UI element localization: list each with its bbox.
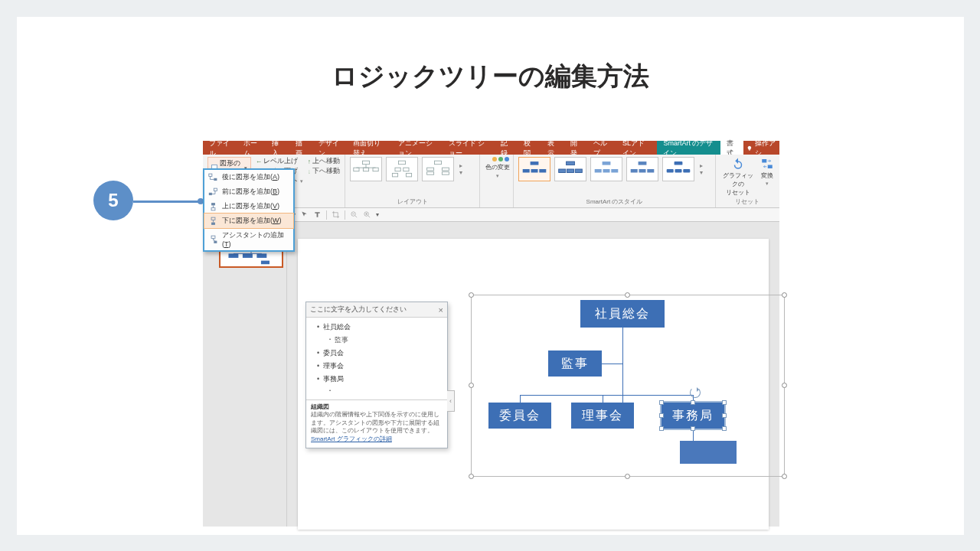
svg-rect-12 [363,161,370,165]
tab-draw[interactable]: 描画 [289,141,312,155]
svg-rect-4 [211,203,215,205]
svg-rect-38 [603,169,610,173]
crop-icon[interactable] [332,210,340,219]
svg-rect-35 [575,169,582,173]
style-thumb[interactable] [626,157,658,181]
lightbulb-icon [746,145,753,152]
text-pane-toggle[interactable]: ‹ [447,390,455,412]
zoom-out-icon[interactable] [350,210,358,219]
svg-rect-20 [403,168,409,171]
tab-format[interactable]: 書式 [720,141,743,155]
tab-home[interactable]: ホーム [237,141,266,155]
list-item[interactable]: 社員総会 [314,321,444,334]
pointer-icon[interactable] [300,210,309,219]
svg-rect-25 [427,172,434,175]
step-badge: 5 [93,181,133,220]
smartart-details-link[interactable]: SmartArt グラフィックの詳細 [311,435,392,442]
smartart-node-new[interactable] [680,441,737,464]
dropdown-add-before[interactable]: 前に図形を追加(B) [204,184,293,199]
styles-more[interactable]: ▸▾ [698,162,704,176]
smartart-node[interactable]: 理事会 [571,403,634,429]
change-colors-button[interactable]: 色の変更 ▾ [485,157,511,179]
style-thumb[interactable] [518,157,550,181]
svg-rect-60 [243,253,253,258]
smartart-text-pane[interactable]: ここに文字を入力してください × 社員総会 監事 委員会 理事会 事務局 [305,302,448,448]
tab-record[interactable]: 記録 [495,141,518,155]
reset-icon [731,157,745,171]
svg-rect-19 [395,168,400,171]
dropdown-add-assistant[interactable]: アシスタントの追加(T) [204,228,293,250]
svg-rect-44 [675,161,683,165]
svg-rect-11 [214,240,217,243]
tab-help[interactable]: ヘルプ [587,141,616,155]
dropdown-add-below-label: 下に図形を追加(W) [222,216,282,226]
close-icon[interactable]: × [439,305,443,315]
text-icon[interactable] [313,210,322,219]
smartart-node-assistant[interactable]: 監事 [548,350,602,377]
style-thumb[interactable] [554,157,586,181]
promote-button[interactable]: ←レベル上げ [256,157,303,166]
smartart-selection-frame[interactable]: 社員総会 監事 委員会 理事会 事務局 [471,295,785,477]
tab-animations[interactable]: アニメーション [392,141,443,155]
add-shape-dropdown: 後に図形を追加(A) 前に図形を追加(B) 上に図形を追加(V) 下に図形を追加… [203,168,295,252]
group-label-layouts: レイアウト [350,197,475,206]
svg-rect-45 [667,169,674,173]
style-thumb[interactable] [590,157,622,181]
ribbon-group-color: 色の変更 ▾ [480,155,514,207]
convert-icon [760,157,774,171]
svg-rect-40 [639,161,647,165]
svg-rect-18 [399,161,406,165]
svg-rect-28 [531,161,539,165]
rotate-handle-icon[interactable] [690,387,701,398]
list-item[interactable]: 事務局 [314,373,444,386]
tab-transitions[interactable]: 画面切り替え [347,141,392,155]
powerpoint-window: ファイル ホーム 挿入 描画 デザイン 画面切り替え アニメーション スライド … [203,141,779,527]
zoom-in-icon[interactable] [363,210,371,219]
convert-button[interactable]: 変換 ▾ [760,157,774,197]
tab-review[interactable]: 校閲 [518,141,541,155]
list-item[interactable]: 監事 [314,334,444,347]
reset-graphic-button[interactable]: グラフィックの リセット [720,157,756,197]
svg-rect-26 [442,168,449,171]
smartart-node-selected[interactable]: 事務局 [662,403,724,429]
layouts-more[interactable]: ▸▾ [458,162,464,176]
text-pane-title: ここに文字を入力してください [310,305,407,315]
smartart-node[interactable]: 委員会 [488,403,551,429]
svg-rect-2 [214,188,217,191]
svg-rect-47 [683,169,690,173]
add-before-icon [208,187,218,197]
list-item[interactable] [314,386,444,396]
tab-file[interactable]: ファイル [203,141,237,155]
layout-thumb[interactable] [350,157,382,181]
svg-rect-1 [214,178,217,180]
list-item[interactable]: 理事会 [314,360,444,373]
svg-rect-39 [611,169,618,173]
move-up-button[interactable]: ↑上へ移動 [308,157,340,166]
svg-line-52 [354,216,356,217]
move-down-button[interactable]: ↓下へ移動 [308,167,340,176]
list-item[interactable]: 委員会 [314,347,444,360]
svg-rect-5 [211,207,215,210]
svg-line-56 [368,216,369,217]
layout-thumb[interactable] [386,157,418,181]
dropdown-add-below[interactable]: 下に図形を追加(W) [204,213,294,229]
tell-me[interactable]: 操作アシ [743,141,779,155]
tab-slideshow[interactable]: スライド ショー [443,141,495,155]
tab-design[interactable]: デザイン [312,141,347,155]
slide-canvas[interactable]: ここに文字を入力してください × 社員総会 監事 委員会 理事会 事務局 [298,239,769,530]
smartart-node-root[interactable]: 社員総会 [580,300,665,328]
svg-rect-32 [567,161,575,165]
text-pane-list[interactable]: 社員総会 監事 委員会 理事会 事務局 [306,318,447,399]
add-assistant-icon [208,235,218,244]
dropdown-add-after[interactable]: 後に図形を追加(A) [204,170,293,184]
tab-developer[interactable]: 開発 [564,141,587,155]
dropdown-add-above[interactable]: 上に図形を追加(V) [204,199,293,214]
style-thumb[interactable] [662,157,694,181]
chevron-down-icon[interactable]: ▾ [376,211,379,218]
layout-thumb[interactable] [422,157,454,181]
svg-rect-59 [228,253,238,258]
tab-sladdin[interactable]: SLアドイン [616,141,657,155]
tab-smartart-design[interactable]: SmartArt のデザイン [657,141,720,155]
tab-insert[interactable]: 挿入 [266,141,289,155]
tab-view[interactable]: 表示 [541,141,564,155]
